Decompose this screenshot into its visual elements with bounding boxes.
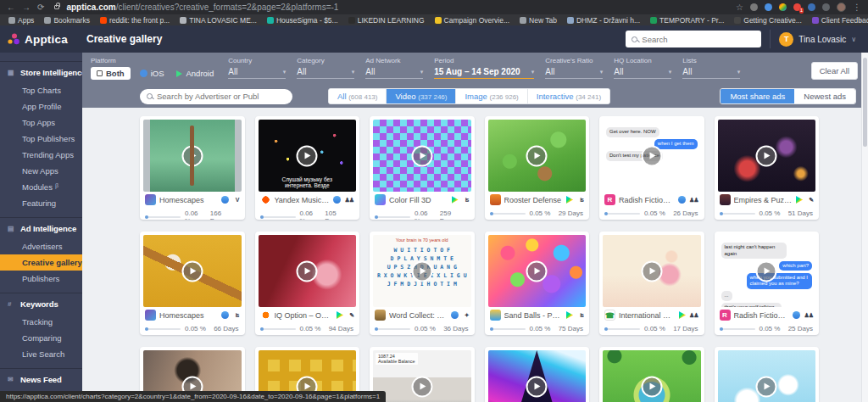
filter-select[interactable]: HQ Location All▾ bbox=[614, 57, 671, 79]
sidebar-item[interactable]: Featuring bbox=[0, 195, 82, 211]
creative-app-name[interactable]: Homescapes bbox=[159, 196, 218, 204]
sidebar-item[interactable]: Advertisers bbox=[0, 238, 82, 254]
play-button-icon[interactable] bbox=[297, 260, 318, 282]
creative-app-name[interactable]: Yandex Music and ... bbox=[275, 196, 331, 204]
creative-app-name[interactable]: International Callin... bbox=[619, 311, 676, 320]
creative-thumbnail[interactable] bbox=[603, 350, 701, 402]
reload-icon[interactable]: ⟳ bbox=[37, 3, 44, 12]
creative-app-name[interactable]: Empires & Puzzles: ... bbox=[734, 196, 793, 204]
sidebar-item[interactable]: Top Charts bbox=[0, 82, 82, 98]
bookmark-item[interactable]: HouseSigma - $5... bbox=[267, 16, 338, 25]
advertiser-search-input[interactable] bbox=[157, 92, 286, 101]
browser-profile-avatar[interactable] bbox=[837, 3, 846, 12]
sidebar-item[interactable]: Tracking bbox=[0, 314, 82, 330]
creative-card[interactable]: ☎ International Callin... ♟♟ 0.05 % 17 D… bbox=[599, 232, 704, 335]
creative-card[interactable]: Homescapes V 0.06 % 166 Days bbox=[140, 116, 245, 220]
advertiser-search[interactable] bbox=[140, 89, 292, 104]
play-button-icon[interactable] bbox=[756, 376, 777, 397]
play-button-icon[interactable] bbox=[756, 260, 777, 282]
creative-thumbnail[interactable] bbox=[488, 120, 587, 192]
bookmarks-overflow-icon[interactable]: » bbox=[859, 16, 863, 25]
bookmark-item[interactable]: New Tab bbox=[520, 16, 557, 25]
extension-icon[interactable] bbox=[750, 3, 758, 11]
creative-card[interactable]: Sand Balls - Puzzle ... is 0.05 % 75 Day… bbox=[485, 232, 590, 335]
apptica-logo[interactable]: Apptica bbox=[0, 33, 82, 46]
sidebar-item[interactable]: #Keywords bbox=[0, 293, 82, 314]
creative-card[interactable] bbox=[715, 347, 820, 402]
sidebar-item[interactable]: Top Apps bbox=[0, 114, 82, 131]
bookmark-item[interactable]: DHMZ - Državni h... bbox=[567, 16, 640, 25]
sidebar-item[interactable]: Publishers bbox=[0, 271, 82, 287]
creative-card[interactable]: last night can't happen againwhich part?… bbox=[715, 232, 820, 335]
creative-card[interactable]: Homescapes is 0.05 % 66 Days bbox=[140, 232, 245, 335]
bookmark-item[interactable]: TEMPORARY - Pr... bbox=[650, 16, 724, 25]
bookmark-item[interactable]: Getting Creative... bbox=[734, 16, 802, 25]
bookmark-item[interactable]: Bookmarks bbox=[44, 16, 90, 25]
creative-card[interactable]: Your brain is 70 years old W U I T I O T… bbox=[370, 232, 475, 335]
play-button-icon[interactable] bbox=[181, 260, 203, 282]
play-button-icon[interactable] bbox=[526, 260, 548, 282]
play-button-icon[interactable] bbox=[297, 145, 318, 166]
play-button-icon[interactable] bbox=[526, 376, 548, 397]
sort-button[interactable]: Newest ads bbox=[794, 89, 855, 103]
play-button-icon[interactable] bbox=[181, 145, 203, 166]
bookmark-item[interactable]: reddit: the front p... bbox=[100, 16, 170, 25]
creative-card[interactable] bbox=[485, 347, 590, 402]
sidebar-item[interactable]: Modulesβ bbox=[0, 179, 82, 195]
creative-thumbnail[interactable]: 1087.24 Available Balance bbox=[373, 350, 471, 402]
extension-icon[interactable] bbox=[808, 3, 815, 11]
filter-select[interactable]: Lists All▾ bbox=[682, 57, 740, 79]
creative-thumbnail[interactable] bbox=[488, 235, 587, 307]
sort-button[interactable]: Most share ads bbox=[721, 89, 794, 103]
creative-thumbnail[interactable] bbox=[259, 235, 357, 307]
creative-app-name[interactable]: Radish Fiction & Ch... bbox=[734, 311, 790, 320]
format-tab[interactable]: Image (236 926) bbox=[456, 89, 527, 103]
clear-all-button[interactable]: Clear All bbox=[811, 62, 858, 80]
creative-thumbnail[interactable]: Слушай музыку без интернета. Везде bbox=[259, 120, 357, 192]
creative-app-name[interactable]: Radish Fiction & Ch... bbox=[619, 196, 675, 204]
creative-thumbnail[interactable] bbox=[143, 235, 242, 307]
forward-icon[interactable]: → bbox=[22, 3, 31, 12]
creative-thumbnail[interactable]: Your brain is 70 years old W U I T I O T… bbox=[373, 235, 471, 307]
sidebar-item[interactable]: Live Search bbox=[0, 346, 82, 362]
extension-icon[interactable] bbox=[822, 3, 830, 11]
play-button-icon[interactable] bbox=[411, 260, 432, 282]
creative-thumbnail[interactable] bbox=[488, 350, 587, 402]
bookmark-item[interactable]: Apps bbox=[8, 16, 34, 25]
extension-icon[interactable] bbox=[765, 3, 772, 11]
creative-card[interactable]: Get over here. NOWwhen I get themDon't t… bbox=[599, 116, 704, 220]
bookmark-item[interactable]: Campaign Overvie... bbox=[435, 16, 509, 25]
play-button-icon[interactable] bbox=[641, 260, 662, 282]
play-button-icon[interactable] bbox=[411, 376, 432, 397]
creative-thumbnail[interactable]: last night can't happen againwhich part?… bbox=[718, 235, 816, 307]
sidebar-item[interactable]: Comparing bbox=[0, 330, 82, 346]
play-button-icon[interactable] bbox=[641, 145, 662, 166]
sidebar-item[interactable]: Trending Apps bbox=[0, 147, 82, 163]
sidebar-item[interactable]: ▦Store Intelligence bbox=[0, 61, 82, 82]
creative-card[interactable] bbox=[599, 347, 704, 402]
play-button-icon[interactable] bbox=[756, 145, 777, 166]
creative-card[interactable]: Слушай музыку без интернета. Везде Yande… bbox=[255, 116, 360, 220]
bookmark-item[interactable]: LIKEDIN LEARNING bbox=[348, 16, 425, 25]
bookmark-item[interactable]: TINA LOVASIC ME... bbox=[180, 16, 257, 25]
creative-card[interactable]: Color Fill 3D is 0.06 % 259 Days bbox=[370, 116, 475, 220]
bookmark-star-icon[interactable]: ☆ bbox=[736, 3, 743, 12]
format-tab[interactable]: All (608 413) bbox=[329, 89, 387, 103]
format-tab[interactable]: Video (337 246) bbox=[387, 89, 456, 103]
browser-menu-icon[interactable]: ⋮ bbox=[853, 3, 861, 12]
filter-select[interactable]: Creative's Ratio All▾ bbox=[545, 57, 603, 79]
platform-option-button[interactable]: Android bbox=[173, 67, 217, 80]
sidebar-item[interactable]: New Apps bbox=[0, 163, 82, 179]
sidebar-item[interactable]: App Profile bbox=[0, 98, 82, 114]
sidebar-item[interactable]: ✉News Feed bbox=[0, 368, 82, 389]
sidebar-item[interactable]: ▤Ad Intelligence bbox=[0, 217, 82, 238]
creative-app-name[interactable]: Color Fill 3D bbox=[389, 196, 448, 204]
extension-icon[interactable] bbox=[779, 3, 787, 11]
filter-select[interactable]: Category All▾ bbox=[297, 57, 354, 79]
scrollbar[interactable] bbox=[861, 53, 868, 402]
platform-option-button[interactable]: Both bbox=[91, 67, 131, 80]
filter-select[interactable]: Country All▾ bbox=[228, 57, 286, 79]
play-button-icon[interactable] bbox=[526, 145, 548, 166]
address-bar[interactable]: apptica.com/client/creatives?creative_fo… bbox=[66, 3, 729, 12]
creative-card[interactable]: IQ Option – Online I... ✎ 0.05 % 94 Days bbox=[255, 232, 360, 335]
